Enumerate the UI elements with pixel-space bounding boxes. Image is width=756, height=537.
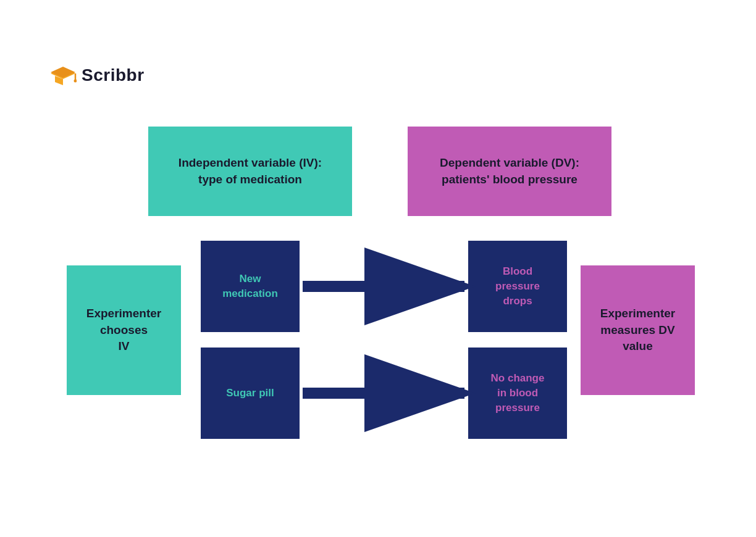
no-change-text: No changein bloodpressure	[491, 371, 545, 415]
sugar-pill-text: Sugar pill	[226, 386, 274, 401]
bp-drops-text: Bloodpressuredrops	[495, 264, 540, 308]
top-dv-box-text: Dependent variable (DV): patients' blood…	[440, 155, 579, 188]
new-medication-text: Newmedication	[222, 272, 278, 301]
experimenter-chooses-text: ExperimenterchoosesIV	[86, 306, 161, 355]
logo-area: Scribbr	[49, 62, 145, 89]
sugar-pill-box: Sugar pill	[201, 348, 300, 439]
svg-marker-1	[51, 67, 75, 78]
scribbr-logo-icon	[49, 62, 77, 89]
svg-point-3	[74, 80, 77, 83]
experimenter-measures-text: Experimentermeasures DVvalue	[600, 306, 675, 355]
new-medication-box: Newmedication	[201, 241, 300, 332]
no-change-box: No changein bloodpressure	[468, 348, 567, 439]
top-iv-box: Independent variable (IV): type of medic…	[148, 127, 352, 216]
top-iv-box-text: Independent variable (IV): type of medic…	[178, 155, 322, 188]
bp-drops-box: Bloodpressuredrops	[468, 241, 567, 332]
experimenter-measures-box: Experimentermeasures DVvalue	[581, 265, 695, 395]
top-dv-box: Dependent variable (DV): patients' blood…	[408, 127, 611, 216]
logo-text: Scribbr	[82, 65, 145, 85]
experimenter-chooses-box: ExperimenterchoosesIV	[67, 265, 181, 395]
